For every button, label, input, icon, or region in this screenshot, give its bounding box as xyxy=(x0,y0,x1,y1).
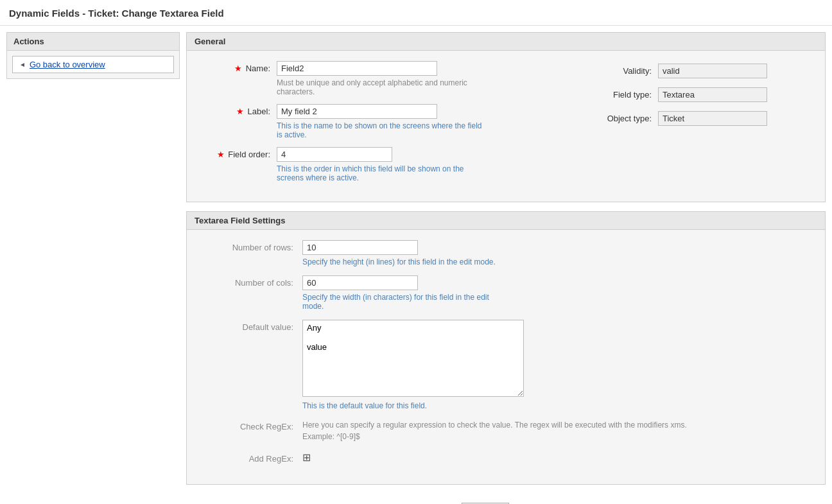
back-to-overview-link[interactable]: Go back to overview xyxy=(30,60,105,69)
general-section-header: General xyxy=(187,33,825,51)
sidebar: Actions ◄ Go back to overview xyxy=(6,32,180,79)
name-help-text: Must be unique and only accept alphabeti… xyxy=(277,78,482,96)
default-value-textarea[interactable]: Any value xyxy=(302,320,524,397)
general-left: ★ Name: Must be unique and only accept a… xyxy=(200,61,587,190)
required-star-name: ★ xyxy=(234,64,242,73)
field-order-row: ★ Field order: This is the order in whic… xyxy=(200,147,587,182)
textarea-settings-section: Textarea Field Settings Number of rows: … xyxy=(186,211,826,485)
required-star-order: ★ xyxy=(217,150,225,159)
arrow-left-icon: ◄ xyxy=(19,61,26,68)
rows-input-wrap: Specify the height (in lines) for this f… xyxy=(302,240,812,266)
default-value-help-text: This is the default value for this field… xyxy=(302,401,508,410)
object-type-label: Object type: xyxy=(600,114,658,123)
field-order-input-wrap: This is the order in which this field wi… xyxy=(277,147,587,182)
label-input-wrap: This is the name to be shown on the scre… xyxy=(277,104,587,139)
cols-input-wrap: Specify the width (in characters) for th… xyxy=(302,275,812,311)
field-order-help-text: This is the order in which this field wi… xyxy=(277,164,482,182)
validity-row: Validity: valid invalid xyxy=(600,64,812,78)
rows-label: Number of rows: xyxy=(200,240,302,252)
check-regex-help: Here you can specify a regular expressio… xyxy=(302,419,688,442)
object-type-select[interactable]: Ticket xyxy=(658,111,767,126)
main-content: General ★ Name: Must be un xyxy=(186,32,826,504)
back-to-overview-button[interactable]: ◄ Go back to overview xyxy=(12,56,174,73)
add-regex-button[interactable]: ⊞ xyxy=(302,451,311,464)
cols-input[interactable] xyxy=(302,275,418,290)
default-value-label: Default value: xyxy=(200,320,302,332)
field-type-label: Field type: xyxy=(600,90,658,100)
object-type-row: Object type: Ticket xyxy=(600,111,812,126)
rows-row: Number of rows: Specify the height (in l… xyxy=(200,240,812,266)
field-type-select[interactable]: Textarea xyxy=(658,87,767,102)
add-regex-label: Add RegEx: xyxy=(200,451,302,464)
textarea-settings-header: Textarea Field Settings xyxy=(187,212,825,230)
add-regex-row: Add RegEx: ⊞ xyxy=(200,451,812,464)
validity-label: Validity: xyxy=(600,66,658,76)
name-input-wrap: Must be unique and only accept alphabeti… xyxy=(277,61,587,96)
required-star-label: ★ xyxy=(236,107,244,116)
check-regex-wrap: Here you can specify a regular expressio… xyxy=(302,419,812,442)
field-order-label: ★ Field order: xyxy=(200,147,277,159)
general-right: Validity: valid invalid Field type: Text… xyxy=(587,61,812,190)
add-regex-wrap: ⊞ xyxy=(302,451,812,464)
default-value-input-wrap: Any value This is the default value for … xyxy=(302,320,812,410)
name-row: ★ Name: Must be unique and only accept a… xyxy=(200,61,587,96)
label-label: ★ Label: xyxy=(200,104,277,116)
name-label: ★ Name: xyxy=(200,61,277,73)
name-input[interactable] xyxy=(277,61,437,76)
label-input[interactable] xyxy=(277,104,437,119)
rows-input[interactable] xyxy=(302,240,418,255)
rows-help-text: Specify the height (in lines) for this f… xyxy=(302,257,508,266)
textarea-settings-body: Number of rows: Specify the height (in l… xyxy=(187,230,825,484)
submit-bar: Submit or Cancel xyxy=(186,494,826,504)
general-section-body: ★ Name: Must be unique and only accept a… xyxy=(187,51,825,202)
general-two-col: ★ Name: Must be unique and only accept a… xyxy=(200,61,812,190)
validity-select[interactable]: valid invalid xyxy=(658,64,767,78)
field-order-input[interactable] xyxy=(277,147,392,162)
check-regex-row: Check RegEx: Here you can specify a regu… xyxy=(200,419,812,442)
label-help-text: This is the name to be shown on the scre… xyxy=(277,121,482,139)
sidebar-actions: ◄ Go back to overview xyxy=(6,50,180,79)
cols-label: Number of cols: xyxy=(200,275,302,288)
cols-help-text: Specify the width (in characters) for th… xyxy=(302,293,508,311)
sidebar-section-title: Actions xyxy=(6,32,180,50)
label-row: ★ Label: This is the name to be shown on… xyxy=(200,104,587,139)
check-regex-label: Check RegEx: xyxy=(200,419,302,431)
page-title: Dynamic Fields - Ticket: Change Textarea… xyxy=(0,0,832,26)
cols-row: Number of cols: Specify the width (in ch… xyxy=(200,275,812,311)
default-value-row: Default value: Any value This is the def… xyxy=(200,320,812,410)
general-section: General ★ Name: Must be un xyxy=(186,32,826,202)
field-type-row: Field type: Textarea xyxy=(600,87,812,102)
